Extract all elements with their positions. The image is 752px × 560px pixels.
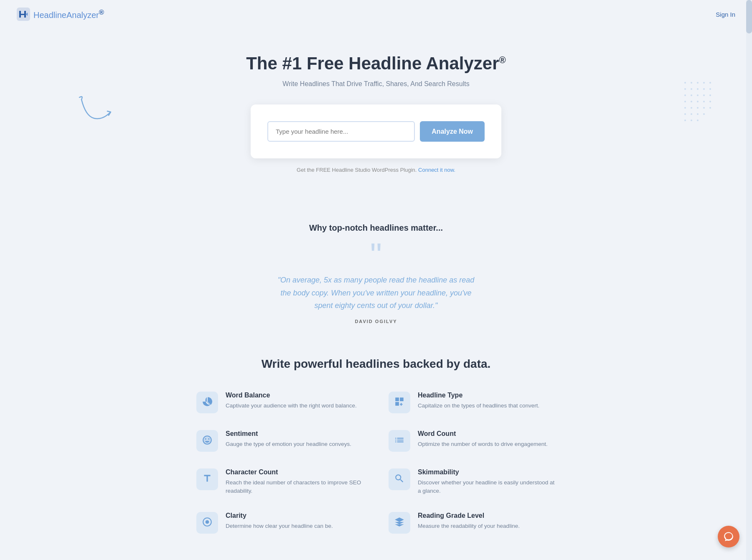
feature-item-reading-grade: Reading Grade Level Measure the readabil… [389, 512, 556, 534]
header: HeadlineAnalyzer® Sign In [0, 0, 752, 28]
svg-point-32 [697, 120, 699, 121]
svg-point-8 [697, 88, 699, 90]
sentiment-description: Gauge the type of emotion your headline … [226, 440, 351, 448]
headline-type-content: Headline Type Capitalize on the types of… [418, 392, 539, 410]
skimmability-icon-wrap [389, 468, 410, 490]
svg-point-22 [691, 107, 692, 109]
word-count-title: Word Count [418, 430, 548, 438]
svg-point-20 [709, 101, 711, 102]
word-balance-content: Word Balance Captivate your audience wit… [226, 392, 357, 410]
sentiment-content: Sentiment Gauge the type of emotion your… [226, 430, 351, 448]
why-section: Why top-notch headlines matter... " "On … [0, 202, 752, 341]
features-heading: Write powerful headlines backed by data. [196, 357, 556, 371]
character-count-description: Reach the ideal number of characters to … [226, 479, 363, 496]
chat-icon [723, 531, 734, 542]
headline-type-icon [394, 396, 405, 409]
headline-input[interactable] [267, 121, 415, 142]
word-count-icon [394, 435, 405, 447]
svg-point-17 [691, 101, 692, 102]
reading-grade-icon-wrap [389, 512, 410, 534]
features-grid: Word Balance Captivate your audience wit… [196, 392, 556, 534]
quote-author: DAVID OGILVY [8, 319, 744, 324]
features-section: Write powerful headlines backed by data.… [188, 341, 564, 559]
reading-grade-content: Reading Grade Level Measure the readabil… [418, 512, 520, 530]
skimmability-icon [394, 473, 405, 486]
feature-item-word-count: Word Count Optimize the number of words … [389, 430, 556, 452]
character-count-icon-wrap [196, 468, 218, 490]
search-row: Analyze Now [267, 121, 485, 142]
word-balance-description: Captivate your audience with the right w… [226, 402, 357, 410]
svg-point-23 [697, 107, 699, 109]
chat-button[interactable] [718, 526, 739, 547]
svg-point-18 [697, 101, 699, 102]
why-heading: Why top-notch headlines matter... [8, 223, 744, 233]
svg-point-5 [709, 82, 711, 84]
svg-point-7 [691, 88, 692, 90]
svg-point-6 [684, 88, 686, 90]
sentiment-title: Sentiment [226, 430, 351, 438]
word-balance-title: Word Balance [226, 392, 357, 399]
headline-type-title: Headline Type [418, 392, 539, 399]
quote-marks: " [8, 245, 744, 265]
svg-point-3 [697, 82, 699, 84]
svg-point-24 [703, 107, 705, 109]
svg-point-2 [691, 82, 692, 84]
svg-point-13 [697, 94, 699, 96]
feature-item-character-count: Character Count Reach the ideal number o… [196, 468, 363, 496]
clarity-content: Clarity Determine how clear your headlin… [226, 512, 333, 530]
skimmability-description: Discover whether your headline is easily… [418, 479, 556, 496]
quote-text: "On average, 5x as many people read the … [272, 274, 480, 312]
logo: HeadlineAnalyzer® [17, 8, 104, 21]
feature-item-sentiment: Sentiment Gauge the type of emotion your… [196, 430, 363, 452]
feature-item-skimmability: Skimmability Discover whether your headl… [389, 468, 556, 496]
search-container: Analyze Now [251, 104, 501, 158]
svg-point-26 [684, 113, 686, 115]
reading-grade-description: Measure the readability of your headline… [418, 522, 520, 530]
skimmability-content: Skimmability Discover whether your headl… [418, 468, 556, 496]
svg-point-10 [709, 88, 711, 90]
analyze-button[interactable]: Analyze Now [420, 121, 485, 142]
clarity-title: Clarity [226, 512, 333, 519]
svg-point-30 [684, 120, 686, 121]
svg-point-12 [691, 94, 692, 96]
headline-type-description: Capitalize on the types of headlines tha… [418, 402, 539, 410]
svg-point-31 [691, 120, 692, 121]
svg-point-28 [697, 113, 699, 115]
plugin-link[interactable]: Connect it now. [418, 167, 455, 173]
character-count-content: Character Count Reach the ideal number o… [226, 468, 363, 496]
svg-point-4 [703, 82, 705, 84]
plugin-note: Get the FREE Headline Studio WordPress P… [8, 167, 744, 173]
sign-in-button[interactable]: Sign In [716, 11, 735, 18]
svg-point-9 [703, 88, 705, 90]
svg-point-15 [709, 94, 711, 96]
feature-item-headline-type: Headline Type Capitalize on the types of… [389, 392, 556, 413]
word-balance-icon-wrap [196, 392, 218, 413]
svg-point-21 [684, 107, 686, 109]
decorative-dots [681, 79, 727, 125]
skimmability-title: Skimmability [418, 468, 556, 476]
logo-icon [17, 8, 30, 21]
reading-grade-title: Reading Grade Level [418, 512, 520, 519]
hero-section: The #1 Free Headline Analyzer® Write Hea… [0, 28, 752, 202]
word-count-icon-wrap [389, 430, 410, 452]
svg-point-1 [684, 82, 686, 84]
svg-point-25 [709, 107, 711, 109]
feature-item-word-balance: Word Balance Captivate your audience wit… [196, 392, 363, 413]
svg-point-16 [684, 101, 686, 102]
word-count-content: Word Count Optimize the number of words … [418, 430, 548, 448]
hero-subtitle: Write Headlines That Drive Traffic, Shar… [8, 80, 744, 88]
character-count-icon [202, 473, 213, 486]
svg-point-14 [703, 94, 705, 96]
decorative-arrow [77, 95, 119, 129]
svg-point-27 [691, 113, 692, 115]
word-count-description: Optimize the number of words to drive en… [418, 440, 548, 448]
sentiment-icon [202, 435, 213, 447]
clarity-description: Determine how clear your headline can be… [226, 522, 333, 530]
feature-item-clarity: Clarity Determine how clear your headlin… [196, 512, 363, 534]
sentiment-icon-wrap [196, 430, 218, 452]
svg-point-19 [703, 101, 705, 102]
svg-point-11 [684, 94, 686, 96]
logo-text: HeadlineAnalyzer® [33, 8, 104, 20]
clarity-icon [202, 517, 213, 529]
character-count-title: Character Count [226, 468, 363, 476]
